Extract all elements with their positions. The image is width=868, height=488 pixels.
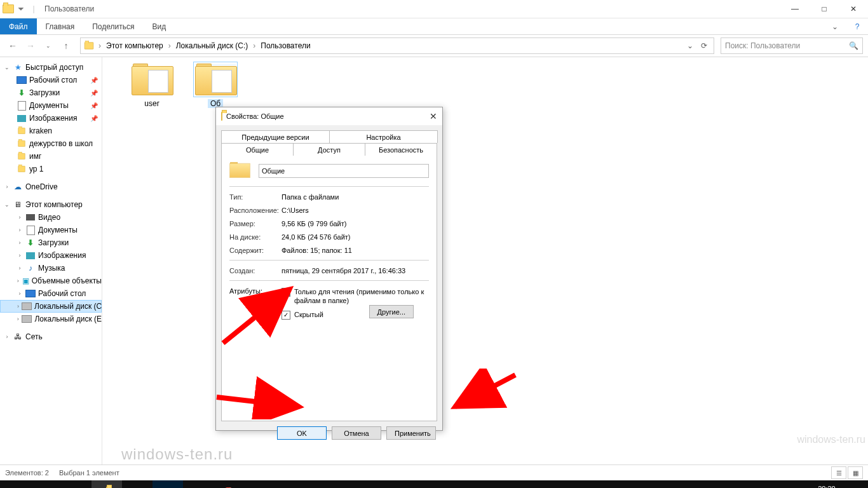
dialog-titlebar: Свойства: Общие ✕ [216,107,442,125]
status-selection: Выбран 1 элемент [59,469,119,477]
search-input[interactable]: Поиск: Пользователи 🔍 [721,37,863,54]
breadcrumb-disk[interactable]: Локальный диск (C:) [175,41,250,50]
tab-customize[interactable]: Настройка [330,130,438,143]
tree-folder-img[interactable]: имг [0,150,102,163]
tab-previous-versions[interactable]: Предыдущие версии [221,130,330,143]
checkbox-readonly[interactable]: Только для чтения (применимо только к фа… [281,287,429,305]
folder-icon [3,3,14,15]
forward-button[interactable]: → [23,38,38,53]
taskbar-photoshop[interactable]: Ps [153,480,183,488]
folder-item-user[interactable]: user [121,64,182,108]
folder-name-input[interactable] [259,164,429,178]
ribbon-expand-icon[interactable]: ⌄ [824,18,846,34]
ribbon-tab-home[interactable]: Главная [37,18,84,34]
close-button[interactable]: ✕ [839,0,868,18]
apply-button[interactable]: Применить [386,426,436,440]
recent-dropdown[interactable]: ⌄ [41,38,56,53]
view-icons-icon[interactable]: ▦ [848,466,863,479]
tab-general[interactable]: Общие [221,143,294,156]
tree-pictures[interactable]: Изображения📌 [0,112,102,125]
document-icon [25,225,36,235]
tree-downloads[interactable]: ⬇Загрузки📌 [0,86,102,99]
tree-music[interactable]: ›♪Музыка [0,262,102,274]
taskbar-explorer[interactable] [92,480,122,488]
tree-pictures[interactable]: ›Изображения [0,249,102,262]
folder-label: user [121,99,182,108]
maximize-button[interactable]: □ [810,0,839,18]
tree-disk-e[interactable]: ›Локальный диск (E [0,313,102,325]
star-icon: ★ [13,62,23,72]
help-icon[interactable]: ? [846,18,868,34]
tree-desktop[interactable]: Рабочий стол📌 [0,74,102,86]
navigation-tree[interactable]: ⌄★Быстрый доступ Рабочий стол📌 ⬇Загрузки… [0,57,102,464]
taskbar: ○ ⧉ 🧮 Ps ◈ 👤 ˄ ᛒ ⧉ 🔊 РУС 20:20 20.20.20.… [0,480,868,488]
tree-videos[interactable]: ›Видео [0,211,102,224]
tree-desktop[interactable]: ›Рабочий стол [0,287,102,300]
address-bar[interactable]: › Этот компьютер › Локальный диск (C:) ›… [80,37,714,54]
ribbon-file-tab[interactable]: Файл [0,18,37,34]
view-details-icon[interactable]: ☰ [831,466,846,479]
tree-downloads[interactable]: ›⬇Загрузки [0,236,102,249]
ribbon-tab-share[interactable]: Поделиться [83,18,143,34]
label-size: Размер: [229,220,281,227]
tab-sharing[interactable]: Доступ [294,143,365,156]
tree-network[interactable]: ›🖧Сеть [0,330,102,343]
value-type: Папка с файлами [281,193,429,201]
pin-icon: 📌 [90,77,98,84]
taskbar-chrome[interactable] [214,480,244,488]
qat-dropdown-icon[interactable]: ⏷ [15,3,27,15]
breadcrumb-pc[interactable]: Этот компьютер [105,41,165,50]
tree-folder-kraken[interactable]: kraken [0,125,102,137]
qat-separator: | [28,3,39,15]
tree-this-pc[interactable]: ⌄🖥Этот компьютер [0,198,102,211]
tab-security[interactable]: Безопасность [365,143,437,156]
folder-icon [132,64,172,95]
value-created: пятница, 29 сентября 2017 г., 16:46:33 [281,267,429,274]
divider [229,186,429,187]
label-contains: Содержит: [229,247,281,254]
back-button[interactable]: ← [5,38,20,53]
pictures-icon [25,250,36,261]
tree-folder-ur1[interactable]: ур 1 [0,163,102,175]
taskbar-calculator[interactable]: 🧮 [122,480,153,488]
folder-item-public[interactable]: Об [185,64,246,108]
annotation-arrow [445,369,522,419]
breadcrumb-folder[interactable]: Пользователи [259,41,311,50]
dialog-tabs: Предыдущие версии Настройка Общие Доступ… [221,130,437,156]
task-view-button[interactable]: ⧉ [61,480,92,488]
svg-line-1 [217,397,299,407]
tree-onedrive[interactable]: ›☁OneDrive [0,180,102,193]
divider [229,260,429,261]
search-button[interactable]: ○ [31,480,61,488]
tree-3d[interactable]: ›▣Объемные объекты [0,274,102,287]
music-icon: ♪ [25,263,36,273]
cancel-button[interactable]: Отмена [332,426,381,440]
tree-disk-c[interactable]: ›Локальный диск (C [0,300,102,313]
taskbar-visualstudio[interactable]: ◈ [183,480,214,488]
value-location: C:\Users [281,207,429,214]
minimize-button[interactable]: ― [780,0,810,18]
window-title: Пользователи [44,4,94,13]
tree-documents[interactable]: Документы📌 [0,99,102,112]
watermark: windows-ten.ru [121,445,233,463]
status-item-count: Элементов: 2 [5,469,49,477]
start-button[interactable] [0,480,31,488]
tree-quick-access[interactable]: ⌄★Быстрый доступ [0,61,102,74]
dialog-title: Свойства: Общие [226,112,284,120]
tree-documents[interactable]: ›Документы [0,224,102,236]
ribbon-tab-view[interactable]: Вид [143,18,175,34]
address-dropdown-icon[interactable]: ⌄ [683,41,697,50]
dialog-close-button[interactable]: ✕ [418,111,437,121]
folder-content[interactable]: user Об Свойства: Общие ✕ Предыдущие вер… [102,57,868,464]
tray-clock[interactable]: 20:20 20.20.20.20 [808,485,845,488]
ok-button[interactable]: OK [277,426,327,440]
folder-icon [195,64,236,95]
up-button[interactable]: ↑ [58,38,74,53]
value-contains: Файлов: 15; папок: 11 [281,247,429,254]
watermark: windows-ten.ru [797,434,865,445]
tree-folder-duty[interactable]: дежурство в школ [0,137,102,150]
download-icon: ⬇ [25,238,36,248]
other-attributes-button[interactable]: Другие... [369,305,414,318]
refresh-icon[interactable]: ⟳ [697,41,711,50]
label-sizeondisk: На диске: [229,233,281,241]
